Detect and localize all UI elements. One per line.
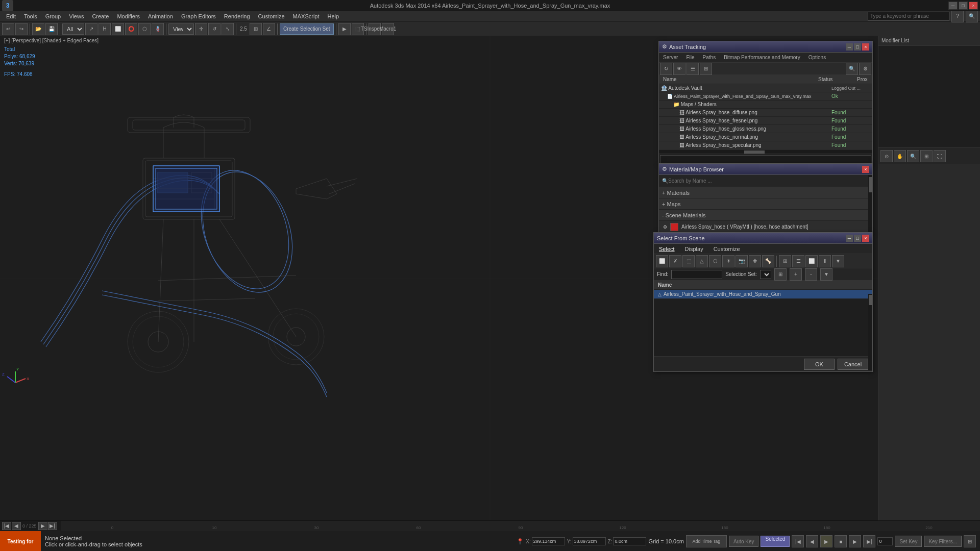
asset-row-normal[interactable]: 🖼 Airless Spray_hose_normal.png Found: [659, 133, 872, 141]
add-time-tag-button[interactable]: Add Time Tag: [686, 535, 727, 547]
sfs-select-geo[interactable]: △: [696, 255, 708, 267]
sfs-select-invert[interactable]: ⬚: [682, 255, 695, 267]
sfs-ss-btn1[interactable]: ⊞: [774, 268, 787, 281]
undo-button[interactable]: ↩: [2, 23, 14, 35]
prev-key-status-button[interactable]: ◀: [806, 535, 818, 547]
at-menu-file[interactable]: File: [682, 54, 698, 61]
material-item-hose[interactable]: ⚙ Airless Spray_hose ( VRayMtl ) [hose, …: [659, 221, 872, 233]
menu-tools[interactable]: Tools: [20, 12, 41, 20]
material-scrollbar-v[interactable]: [868, 175, 872, 233]
menu-group[interactable]: Group: [41, 12, 65, 20]
circle-select-button[interactable]: ⭕: [125, 23, 137, 35]
x-coord-input[interactable]: [532, 537, 565, 545]
next-frame-button[interactable]: ▶|: [48, 522, 57, 530]
scale-button[interactable]: ⤡: [222, 23, 234, 35]
open-file-button[interactable]: 📂: [32, 23, 44, 35]
scene-materials-section[interactable]: - Scene Materials: [659, 210, 872, 221]
all-dropdown[interactable]: All: [62, 23, 84, 35]
select-name-button[interactable]: H: [99, 23, 111, 35]
at-refresh-button[interactable]: ↻: [660, 63, 672, 75]
y-coord-input[interactable]: [573, 537, 606, 545]
sfs-select-bones[interactable]: 🦴: [762, 255, 774, 267]
sfs-ss-btn2[interactable]: +: [790, 268, 802, 281]
sfs-menu-select[interactable]: Select: [654, 245, 680, 253]
asset-row-glossiness[interactable]: 🖼 Airless Spray_hose_glossiness.png Foun…: [659, 125, 872, 133]
sfs-select-lights[interactable]: ☀: [722, 255, 734, 267]
sfs-maximize[interactable]: □: [854, 235, 861, 242]
sfs-display-options[interactable]: ⊞: [779, 255, 791, 267]
play-anim-button[interactable]: ▶: [338, 23, 351, 35]
sfs-ss-btn3[interactable]: -: [805, 268, 817, 281]
menu-rendering[interactable]: Rendering: [220, 12, 254, 20]
close-button[interactable]: ×: [969, 2, 978, 10]
sfs-ok-button[interactable]: OK: [804, 359, 835, 370]
sfs-menu-display[interactable]: Display: [680, 245, 708, 253]
nav-orbit-button[interactable]: ⊙: [880, 150, 893, 162]
asset-row-maxfile[interactable]: 📄 Airless_Paint_Sprayer_with_Hose_and_Sp…: [659, 92, 872, 101]
sfs-scrollbar-v[interactable]: [868, 294, 872, 370]
search-icon[interactable]: 🔍: [966, 10, 978, 22]
redo-button[interactable]: ↪: [15, 23, 28, 35]
sfs-select-cameras[interactable]: 📷: [736, 255, 748, 267]
current-frame-input[interactable]: [877, 537, 893, 545]
minimize-button[interactable]: ─: [948, 2, 958, 10]
at-menu-options[interactable]: Options: [804, 54, 830, 61]
nav-pan-button[interactable]: ✋: [894, 150, 906, 162]
next-frame-status-button[interactable]: ▶|: [863, 535, 875, 547]
sfs-select-helpers[interactable]: ✚: [749, 255, 761, 267]
save-file-button[interactable]: 💾: [45, 23, 58, 35]
at-search-button[interactable]: 🔍: [846, 63, 858, 75]
auto-key-button[interactable]: Auto Key: [729, 536, 759, 547]
asset-row-vault[interactable]: 🏦 Autodesk Vault Logged Out ...: [659, 84, 872, 92]
materials-section[interactable]: + Materials: [659, 187, 872, 198]
rotate-button[interactable]: ↺: [208, 23, 220, 35]
menu-graph-editors[interactable]: Graph Editors: [177, 12, 220, 20]
asset-row-fresnel[interactable]: 🖼 Airless Spray_hose_fresnel.png Found: [659, 117, 872, 125]
menu-animation[interactable]: Animation: [144, 12, 177, 20]
sfs-select-none[interactable]: ✗: [669, 255, 681, 267]
nav-max-view-button[interactable]: ⛶: [934, 150, 946, 162]
maps-section[interactable]: + Maps: [659, 198, 872, 210]
menu-help[interactable]: Help: [324, 12, 344, 20]
material-search-input[interactable]: [668, 178, 869, 184]
set-key-button[interactable]: Set Key: [895, 536, 922, 547]
z-coord-input[interactable]: [613, 537, 646, 545]
timeline-tick-area[interactable]: 0 10 30 60 90 120 150 180 210: [61, 521, 980, 531]
next-key-status-button[interactable]: ▶: [849, 535, 861, 547]
sfs-object-row-sprayer[interactable]: △ Airless_Paint_Sprayer_with_Hose_and_Sp…: [654, 290, 872, 299]
search-help-button[interactable]: ?: [951, 10, 964, 22]
sfs-menu-customize[interactable]: Customize: [708, 245, 745, 253]
rect-select-button[interactable]: ⬜: [112, 23, 124, 35]
sfs-close[interactable]: ×: [862, 235, 869, 242]
sfs-select-shapes[interactable]: ⬡: [709, 255, 721, 267]
snap-toggle-button[interactable]: ⊞: [250, 23, 262, 35]
at-view-button[interactable]: 👁: [673, 63, 685, 75]
menu-modifiers[interactable]: Modifiers: [113, 12, 144, 20]
asset-row-specular[interactable]: 🖼 Airless Spray_hose_specular.png Found: [659, 141, 872, 149]
macro1-button[interactable]: Macro1: [382, 23, 394, 35]
angle-snap-button[interactable]: ∠: [263, 23, 275, 35]
menu-create[interactable]: Create: [88, 12, 113, 20]
asset-row-diffuse[interactable]: 🖼 Airless Spray_hose_diffuse.png Found: [659, 109, 872, 117]
menu-edit[interactable]: Edit: [2, 12, 20, 20]
global-search-input[interactable]: [868, 12, 949, 21]
at-list-button[interactable]: ☰: [687, 63, 699, 75]
nav-zoom-all-button[interactable]: ⊞: [920, 150, 933, 162]
fence-select-button[interactable]: ⬡: [138, 23, 151, 35]
move-button[interactable]: ✛: [195, 23, 207, 35]
next-key-button[interactable]: ▶: [38, 522, 47, 530]
sfs-columns[interactable]: ⬜: [805, 255, 818, 267]
key-filters-button[interactable]: Key Filters...: [924, 536, 962, 547]
menu-customize[interactable]: Customize: [254, 12, 289, 20]
create-selection-button[interactable]: Create Selection Set: [280, 23, 334, 35]
menu-maxscript[interactable]: MAXScript: [289, 12, 324, 20]
asset-tracking-minimize[interactable]: ─: [846, 43, 853, 51]
material-browser-close[interactable]: ×: [862, 166, 869, 173]
lasso-select-button[interactable]: 🪢: [152, 23, 164, 35]
sfs-more[interactable]: ▼: [832, 255, 844, 267]
sfs-selection-set-dropdown[interactable]: [760, 270, 771, 279]
prev-key-button[interactable]: ◀: [12, 522, 21, 530]
at-menu-bitmap[interactable]: Bitmap Performance and Memory: [720, 54, 804, 61]
maximize-button[interactable]: □: [959, 2, 968, 10]
nav-zoom-button[interactable]: 🔍: [907, 150, 919, 162]
